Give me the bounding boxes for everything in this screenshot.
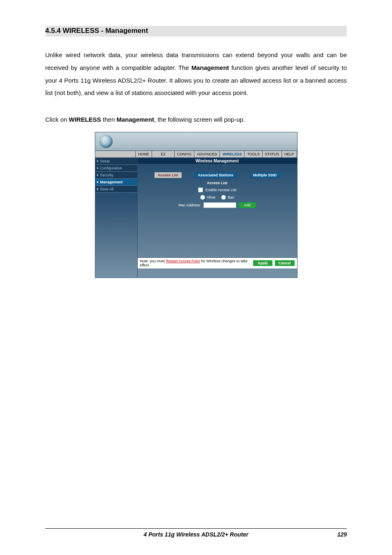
sidebar-item-label: Security (100, 173, 114, 177)
subtab-associated-stations[interactable]: Associated Stations (194, 172, 237, 178)
nav-tab-tools[interactable]: TOOLS (244, 151, 262, 157)
text: Click on (45, 116, 69, 123)
note-text: Note: you must (140, 259, 166, 263)
sidebar-item-label: Setup (100, 159, 110, 163)
sidebar-item-save-all[interactable]: Save All (95, 186, 137, 193)
sidebar-item-configuration[interactable]: Configuration (95, 165, 137, 172)
nav-tab-status[interactable]: STATUS (263, 151, 282, 157)
chevron-right-icon (97, 174, 99, 176)
mac-address-label: Mac Address: (178, 203, 201, 207)
mac-address-input[interactable] (203, 202, 236, 208)
enable-access-list-checkbox[interactable] (198, 187, 203, 192)
nav-tab-config[interactable]: CONFIG (175, 151, 194, 157)
screenshot-router-ui: e HOME EZ SETUP CONFIG ADVANCED WIRELESS… (95, 132, 297, 278)
top-nav: HOME EZ SETUP CONFIG ADVANCED WIRELESS T… (95, 150, 297, 158)
subtab-multiple-ssid[interactable]: Multiple SSID (249, 172, 281, 178)
text-bold: Management (191, 64, 229, 71)
screenshot-header: e (95, 132, 297, 150)
nav-tab-home[interactable]: HOME (136, 151, 152, 157)
logo-icon: e (99, 135, 113, 148)
main-panel: Wireless Management Access List Associat… (138, 158, 297, 278)
text: then (101, 116, 117, 123)
ban-radio[interactable] (221, 195, 226, 200)
panel-title: Wireless Management (138, 158, 297, 164)
restart-access-point-link[interactable]: Restart Access Point (166, 259, 200, 263)
logo-letter: e (103, 136, 108, 146)
nav-tab-help[interactable]: HELP (282, 151, 297, 157)
cancel-button[interactable]: Cancel (275, 260, 295, 266)
nav-tab-advanced[interactable]: ADVANCED (194, 151, 220, 157)
chevron-right-icon (97, 188, 99, 190)
paragraph-1: Unlike wired network data, your wireless… (45, 49, 347, 99)
access-list-title: Access List (138, 181, 297, 185)
subtab-access-list[interactable]: Access List (154, 172, 182, 178)
text-bold: Management (116, 116, 154, 123)
nav-tab-wireless[interactable]: WIRELESS (220, 151, 244, 157)
sidebar-item-label: Save All (100, 187, 114, 191)
sidebar-item-setup[interactable]: Setup (95, 158, 137, 165)
text-bold: WIRELESS (69, 116, 101, 123)
section-heading: 4.5.4 WIRELESS - Management (45, 26, 347, 37)
page-footer: 4 Ports 11g Wireless ADSL2/2+ Router 129 (45, 528, 347, 538)
sidebar: Setup Configuration Security Management … (95, 158, 138, 278)
enable-access-list-label: Enable Access List (205, 188, 237, 192)
sidebar-item-label: Management (100, 180, 123, 184)
allow-radio[interactable] (200, 195, 205, 200)
sidebar-filler (95, 193, 137, 278)
chevron-right-icon (97, 160, 99, 162)
apply-button[interactable]: Apply (253, 260, 272, 266)
allow-label: Allow (207, 195, 216, 199)
footer-page-number: 129 (337, 531, 347, 538)
nav-spacer (95, 151, 136, 157)
sidebar-item-security[interactable]: Security (95, 172, 137, 179)
subtabs: Access List Associated Stations Multiple… (138, 172, 297, 178)
chevron-right-icon (97, 167, 99, 169)
sidebar-item-management[interactable]: Management (95, 179, 137, 186)
add-button[interactable]: Add (239, 202, 256, 208)
footer-note-row: Note: you must Restart Access Point for … (138, 257, 297, 268)
ban-label: Ban (228, 195, 234, 199)
paragraph-2: Click on WIRELESS then Management, the f… (45, 113, 347, 126)
nav-tab-ezsetup[interactable]: EZ SETUP (152, 151, 175, 157)
sidebar-item-label: Configuration (100, 166, 122, 170)
chevron-right-icon (97, 181, 99, 183)
footer-title: 4 Ports 11g Wireless ADSL2/2+ Router (144, 531, 249, 538)
text: , the following screen will pop-up. (154, 116, 245, 123)
